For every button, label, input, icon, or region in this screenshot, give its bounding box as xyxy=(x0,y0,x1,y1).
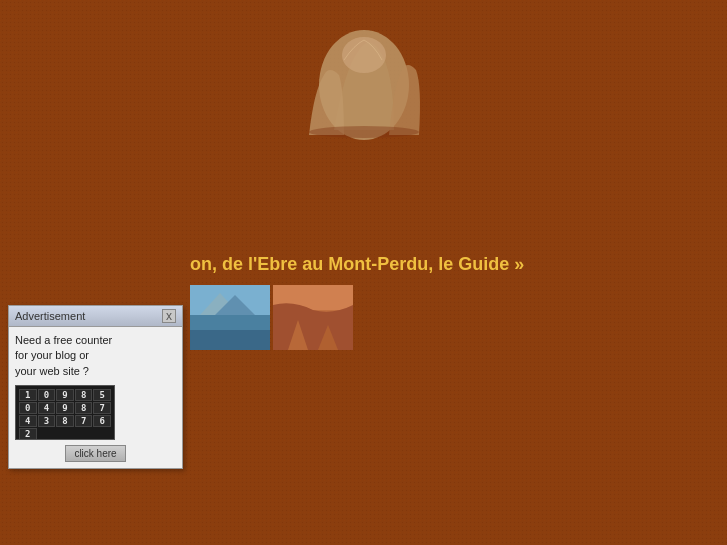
wheel-4: 8 xyxy=(75,389,93,401)
ad-counter-image: 1 0 9 8 5 0 4 9 8 7 4 3 8 7 6 2 xyxy=(15,385,115,440)
nav-btn-guide[interactable]: Le guide xyxy=(385,173,475,227)
wheel-15: 6 xyxy=(93,415,111,427)
nav-btn-auteur[interactable]: L'auteur xyxy=(487,173,577,227)
ad-line1: Need a free counter xyxy=(15,334,112,346)
wheel-14: 7 xyxy=(75,415,93,427)
ad-close-button[interactable]: x xyxy=(162,309,176,323)
canyon-image xyxy=(273,285,353,350)
svg-point-2 xyxy=(309,126,419,138)
visit-counter: 2 7 6 1 xyxy=(330,145,397,161)
wheel-8: 9 xyxy=(56,402,74,414)
nav-btn-geo[interactable]: Situationgéographique xyxy=(150,173,272,227)
wheel-11: 4 xyxy=(19,415,37,427)
ad-line3: your web site ? xyxy=(15,365,89,377)
ad-body: Need a free counter for your blog or you… xyxy=(9,327,182,468)
header-section: 2 7 6 1 Situationgéographique Photosen v… xyxy=(0,0,727,237)
counter-digit-4: 1 xyxy=(381,145,397,161)
content-image-2 xyxy=(273,285,353,350)
counter-digit-3: 6 xyxy=(364,145,380,161)
ad-header: Advertisement x xyxy=(9,306,182,327)
wheel-2: 0 xyxy=(38,389,56,401)
wheel-7: 4 xyxy=(38,402,56,414)
wheel-12: 3 xyxy=(38,415,56,427)
svg-rect-7 xyxy=(190,330,270,350)
ad-popup: Advertisement x Need a free counter for … xyxy=(8,305,183,469)
wheel-10: 7 xyxy=(93,402,111,414)
content-image-1 xyxy=(190,285,270,350)
counter-number-display: 1 0 9 8 5 0 4 9 8 7 4 3 8 7 6 2 xyxy=(16,386,114,439)
stone-monument-image xyxy=(254,10,474,140)
wheel-1: 1 xyxy=(19,389,37,401)
guide-title: on, de l'Ebre au Mont-Perdu, le Guide » xyxy=(190,254,707,275)
ad-text: Need a free counter for your blog or you… xyxy=(15,333,176,379)
mountain-image-blue xyxy=(190,285,270,350)
content-images xyxy=(190,285,707,350)
separator-line xyxy=(24,237,704,239)
ad-line2: for your blog or xyxy=(15,349,89,361)
counter-digit-2: 7 xyxy=(347,145,363,161)
counter-digit-1: 2 xyxy=(330,145,346,161)
wheel-6: 0 xyxy=(19,402,37,414)
wheel-13: 8 xyxy=(56,415,74,427)
nav-btn-photos[interactable]: Photosen vrac xyxy=(283,173,373,227)
wheel-9: 8 xyxy=(75,402,93,414)
wheel-16: 2 xyxy=(19,428,37,440)
nav-buttons: Situationgéographique Photosen vrac Le g… xyxy=(150,173,578,227)
ad-header-label: Advertisement xyxy=(15,310,85,322)
ad-click-button[interactable]: click here xyxy=(65,445,125,462)
wheel-3: 9 xyxy=(56,389,74,401)
wheel-5: 5 xyxy=(93,389,111,401)
